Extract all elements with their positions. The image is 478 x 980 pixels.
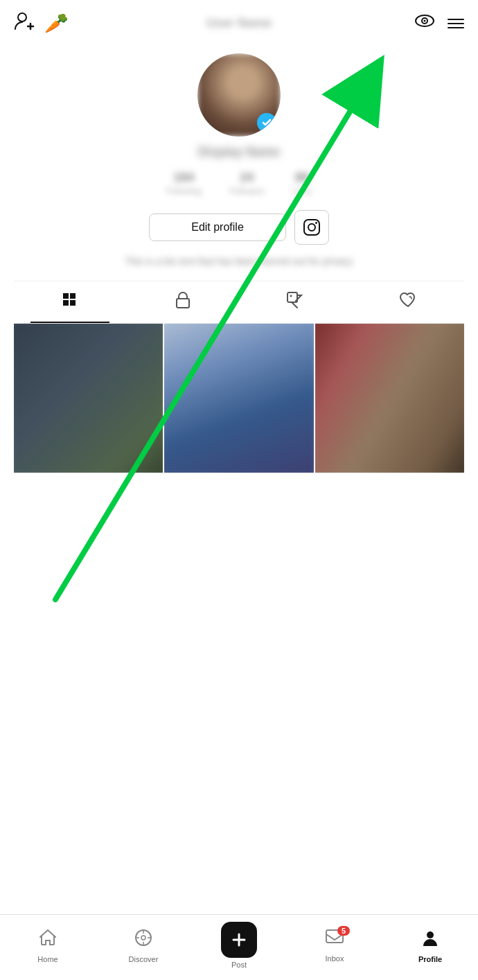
- inbox-badge: 5: [337, 926, 350, 936]
- svg-rect-6: [304, 220, 319, 235]
- add-user-icon[interactable]: [14, 11, 35, 35]
- nav-inbox[interactable]: 5 Inbox: [314, 929, 355, 963]
- profile-section: Display Name 184 Following 24 Followers …: [0, 46, 478, 487]
- followers-label: Followers: [229, 186, 265, 196]
- grid-item-2[interactable]: [164, 324, 313, 473]
- svg-point-15: [290, 295, 292, 297]
- discover-icon: [134, 928, 153, 952]
- verified-badge: [257, 113, 276, 132]
- svg-point-19: [141, 936, 145, 940]
- grid-item-3[interactable]: [315, 324, 464, 473]
- svg-rect-11: [63, 300, 69, 306]
- lock-icon: [175, 291, 191, 313]
- grid-icon: [62, 292, 78, 313]
- username: User Name: [206, 16, 272, 30]
- post-label: Post: [231, 961, 247, 969]
- tagged-icon: [286, 291, 304, 313]
- svg-point-7: [308, 224, 315, 231]
- likes-label: Likes: [292, 186, 312, 196]
- profile-label: Profile: [418, 955, 442, 963]
- empty-space: [0, 487, 478, 750]
- photo-grid: [14, 324, 464, 473]
- inbox-label: Inbox: [326, 954, 344, 963]
- followers-count: 24: [240, 170, 254, 185]
- bio-text: This is a bio text that has been blurred…: [125, 256, 353, 267]
- tab-grid[interactable]: [14, 281, 127, 323]
- bottom-navigation: Home Discover Post: [0, 914, 478, 980]
- liked-icon: [399, 292, 417, 313]
- post-button[interactable]: [221, 922, 257, 958]
- stat-following: 184 Following: [166, 170, 202, 196]
- svg-rect-12: [70, 300, 76, 306]
- tab-liked[interactable]: [352, 281, 465, 323]
- svg-rect-10: [70, 293, 76, 299]
- edit-profile-button[interactable]: Edit profile: [149, 213, 286, 241]
- tab-tagged[interactable]: [239, 281, 352, 323]
- following-count: 184: [173, 170, 194, 185]
- likes-count: 88: [295, 170, 309, 185]
- svg-rect-13: [177, 299, 189, 308]
- following-label: Following: [166, 186, 202, 196]
- nav-post[interactable]: Post: [218, 922, 260, 969]
- stat-likes: 88 Likes: [292, 170, 312, 196]
- home-icon: [38, 928, 57, 952]
- profile-buttons: Edit profile: [149, 210, 329, 245]
- home-label: Home: [37, 955, 57, 963]
- content-tabs: [14, 281, 464, 324]
- svg-rect-9: [63, 293, 69, 299]
- nav-home[interactable]: Home: [27, 928, 69, 963]
- svg-point-5: [424, 20, 426, 22]
- eye-icon[interactable]: [414, 12, 435, 34]
- nav-right: [414, 12, 464, 34]
- stats-row: 184 Following 24 Followers 88 Likes: [166, 170, 312, 196]
- grid-item-1[interactable]: [14, 324, 163, 473]
- top-navigation: 🥕 User Name: [0, 0, 478, 46]
- inbox-wrapper: 5: [325, 929, 344, 952]
- menu-icon[interactable]: [448, 19, 464, 28]
- nav-left: 🥕: [14, 11, 69, 35]
- tab-locked[interactable]: [127, 281, 240, 323]
- carrot-icon[interactable]: 🥕: [44, 12, 69, 35]
- display-name: Display Name: [198, 145, 280, 159]
- instagram-button[interactable]: [294, 210, 329, 245]
- svg-point-8: [315, 222, 317, 224]
- nav-profile[interactable]: Profile: [409, 928, 451, 963]
- nav-discover[interactable]: Discover: [123, 928, 164, 963]
- avatar: [197, 53, 281, 137]
- profile-nav-icon: [421, 928, 440, 952]
- svg-point-0: [18, 13, 26, 21]
- stat-followers: 24 Followers: [229, 170, 265, 196]
- discover-label: Discover: [129, 955, 159, 963]
- svg-point-27: [427, 931, 434, 938]
